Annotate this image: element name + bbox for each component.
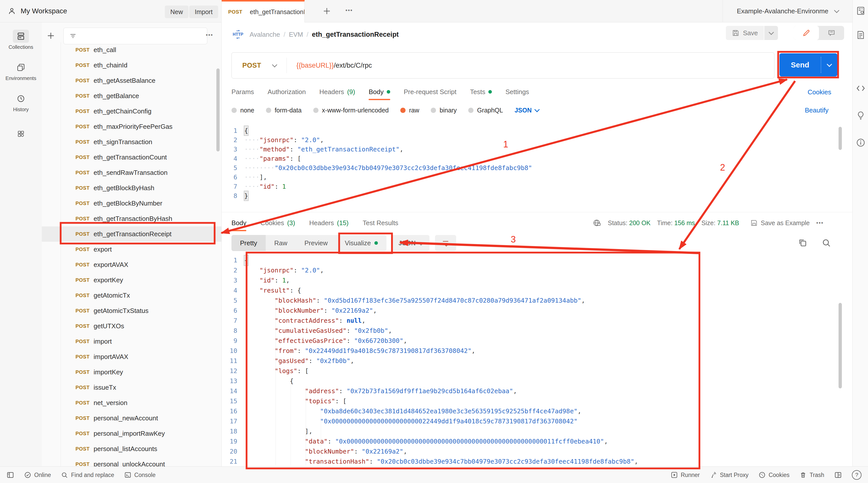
response-more-icon[interactable]: ••• <box>816 220 824 226</box>
search-icon[interactable] <box>822 238 831 248</box>
sidebar-item-eth_getTransactionCount[interactable]: POSTeth_getTransactionCount <box>42 150 221 165</box>
request-tab-tests[interactable]: Tests <box>470 83 492 101</box>
request-editor-scrollbar[interactable] <box>839 127 842 150</box>
response-view-visualize[interactable]: Visualize <box>336 235 386 251</box>
comments-button[interactable] <box>819 26 844 40</box>
request-language-select[interactable]: JSON <box>515 107 539 114</box>
sidebar-item-eth_getTransactionByHash[interactable]: POSTeth_getTransactionByHash <box>42 211 221 226</box>
toggle-panel-icon[interactable] <box>834 471 842 479</box>
body-mode-raw[interactable]: raw <box>400 107 419 114</box>
start-proxy-button[interactable]: Start Proxy <box>710 472 748 479</box>
copy-icon[interactable] <box>798 238 807 248</box>
send-button[interactable]: Send <box>779 53 837 76</box>
sidebar-item-eth_getBalance[interactable]: POSTeth_getBalance <box>42 88 221 104</box>
sidebar-item-export[interactable]: POSTexport <box>42 242 221 257</box>
wrap-lines-button[interactable] <box>435 235 456 251</box>
rail-item-collections[interactable]: Collections <box>0 30 42 50</box>
request-tab-params[interactable]: Params <box>231 83 254 101</box>
sidebar-item-eth_getBlockByNumber[interactable]: POSTeth_getBlockByNumber <box>42 196 221 211</box>
sidebar-item-personal_newAccount[interactable]: POSTpersonal_newAccount <box>42 411 221 426</box>
url-input[interactable]: {{baseURL}}/ext/bc/C/rpc <box>297 62 372 69</box>
response-view-pretty[interactable]: Pretty <box>231 235 266 251</box>
response-tab-body[interactable]: Body <box>231 214 246 232</box>
sidebar-item-exportKey[interactable]: POSTexportKey <box>42 272 221 288</box>
sidebar-filter-input[interactable] <box>63 28 207 44</box>
body-mode-form-data[interactable]: form-data <box>266 107 302 114</box>
sidebar-item-personal_listAccounts[interactable]: POSTpersonal_listAccounts <box>42 441 221 457</box>
cookies-link[interactable]: Cookies <box>808 88 831 96</box>
request-tab-body[interactable]: Body <box>369 83 390 101</box>
sidebar-item-exportAVAX[interactable]: POSTexportAVAX <box>42 257 221 272</box>
rail-item-environments[interactable]: Environments <box>0 61 42 81</box>
response-language-select[interactable]: JSON <box>392 235 430 251</box>
body-mode-none[interactable]: none <box>231 107 254 114</box>
rail-item-more[interactable] <box>0 127 42 140</box>
toggle-sidebar-icon[interactable] <box>6 471 14 479</box>
request-tab-headers[interactable]: Headers(9) <box>319 83 355 101</box>
documentation-icon[interactable] <box>856 30 866 40</box>
add-request-icon[interactable] <box>46 31 55 40</box>
workspace-name[interactable]: My Workspace <box>21 7 67 15</box>
breadcrumb-collection[interactable]: Avalanche <box>250 31 280 38</box>
environment-selector[interactable]: Example-Avalanche-Environme <box>722 0 852 22</box>
help-button[interactable]: ? <box>852 470 862 480</box>
new-button[interactable]: New <box>165 5 188 18</box>
sidebar-scrollbar[interactable] <box>216 68 220 152</box>
sidebar-item-eth_signTransaction[interactable]: POSTeth_signTransaction <box>42 134 221 150</box>
runner-button[interactable]: Runner <box>671 472 700 479</box>
sidebar-item-eth_maxPriorityFeePerGas[interactable]: POSTeth_maxPriorityFeePerGas <box>42 119 221 134</box>
request-tab-settings[interactable]: Settings <box>505 83 529 101</box>
breadcrumb-folder[interactable]: EVM <box>289 31 303 38</box>
console-button[interactable]: Console <box>124 472 155 479</box>
beautify-link[interactable]: Beautify <box>805 106 829 114</box>
response-tab-headers[interactable]: Headers(15) <box>309 214 349 232</box>
sidebar-item-getAtomicTxStatus[interactable]: POSTgetAtomicTxStatus <box>42 303 221 319</box>
sidebar-item-personal_unlockAccount[interactable]: POSTpersonal_unlockAccount <box>42 457 221 466</box>
send-options-button[interactable] <box>821 64 837 66</box>
sidebar-item-eth_getTransactionReceipt[interactable]: POSTeth_getTransactionReceipt <box>42 226 221 242</box>
sidebar-item-eth_getAssetBalance[interactable]: POSTeth_getAssetBalance <box>42 73 221 88</box>
lightbulb-icon[interactable] <box>856 111 866 120</box>
response-scrollbar[interactable] <box>839 303 842 388</box>
body-mode-GraphQL[interactable]: GraphQL <box>468 107 503 114</box>
sidebar-item-net_version[interactable]: POSTnet_version <box>42 395 221 411</box>
response-tab-cookies[interactable]: Cookies(3) <box>260 214 295 232</box>
request-tab-pre-request-script[interactable]: Pre-request Script <box>404 83 457 101</box>
sidebar-item-eth_sendRawTransaction[interactable]: POSTeth_sendRawTransaction <box>42 165 221 181</box>
find-and-replace[interactable]: Find and replace <box>61 472 114 479</box>
tab-eth-getTransactionReceipt[interactable]: POST eth_getTransactionRece <box>222 0 305 22</box>
new-tab-icon[interactable] <box>322 6 331 15</box>
sidebar-item-getAtomicTx[interactable]: POSTgetAtomicTx <box>42 288 221 303</box>
sidebar-item-eth_call[interactable]: POSTeth_call <box>42 42 221 58</box>
sidebar-item-importKey[interactable]: POSTimportKey <box>42 364 221 380</box>
url-bar[interactable]: POST {{baseURL}}/ext/bc/C/rpc <box>231 52 774 78</box>
sidebar-item-getUTXOs[interactable]: POSTgetUTXOs <box>42 319 221 334</box>
response-view-preview[interactable]: Preview <box>296 235 336 251</box>
sidebar-item-import[interactable]: POSTimport <box>42 334 221 349</box>
save-options-button[interactable] <box>764 26 778 40</box>
cookies-button[interactable]: Cookies <box>758 472 789 479</box>
sidebar-item-eth_getBlockByHash[interactable]: POSTeth_getBlockByHash <box>42 181 221 196</box>
rail-item-history[interactable]: History <box>0 92 42 112</box>
body-mode-binary[interactable]: binary <box>431 107 457 114</box>
network-icon[interactable] <box>593 219 601 227</box>
sidebar-item-issueTx[interactable]: POSTissueTx <box>42 380 221 395</box>
sidebar-item-personal_importRawKey[interactable]: POSTpersonal_importRawKey <box>42 426 221 441</box>
response-view-raw[interactable]: Raw <box>266 235 296 251</box>
method-selector[interactable]: POST <box>242 62 261 69</box>
import-button[interactable]: Import <box>189 5 218 18</box>
online-status[interactable]: Online <box>24 472 51 479</box>
response-tab-test-results[interactable]: Test Results <box>363 214 399 232</box>
sidebar-item-eth_getChainConfig[interactable]: POSTeth_getChainConfig <box>42 104 221 119</box>
code-snippet-icon[interactable] <box>856 84 866 93</box>
sidebar-item-importAVAX[interactable]: POSTimportAVAX <box>42 349 221 364</box>
request-tab-authorization[interactable]: Authorization <box>268 83 306 101</box>
request-body-editor[interactable]: 1{2····"jsonrpc": "2.0",3····"method": "… <box>226 126 532 200</box>
sidebar-item-eth_chainId[interactable]: POSTeth_chainId <box>42 58 221 73</box>
sidebar-more-icon[interactable]: ••• <box>206 32 213 38</box>
body-mode-x-www-form-urlencoded[interactable]: x-www-form-urlencoded <box>313 107 389 114</box>
info-icon[interactable] <box>856 138 866 148</box>
response-body-viewer[interactable]: 1{2 "jsonrpc": "2.0",3 "id": 1,4 "result… <box>226 255 638 466</box>
save-button[interactable]: Save <box>726 26 764 40</box>
environment-quick-look-icon[interactable] <box>856 6 866 15</box>
